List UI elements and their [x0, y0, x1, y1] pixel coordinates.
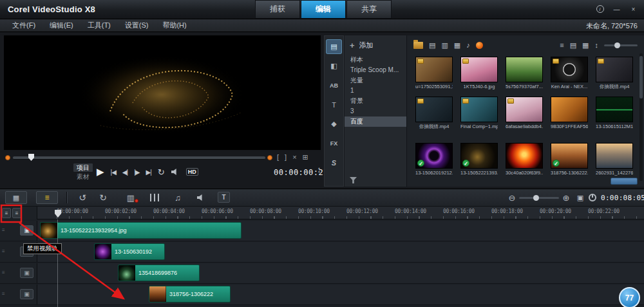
- track-handle-icon[interactable]: ≡: [2, 291, 5, 297]
- media-thumbnail[interactable]: ✓: [415, 143, 453, 169]
- mode-project-button[interactable]: 项目: [73, 163, 93, 172]
- folder-item-samples[interactable]: 样本: [345, 55, 406, 65]
- add-track-icon[interactable]: ≡: [12, 208, 21, 218]
- gallery-horizontal-scrollbar-thumb[interactable]: [611, 178, 638, 185]
- overlay-track-icon[interactable]: ▣: [20, 268, 33, 278]
- timeline-clip[interactable]: 13-150630192: [94, 243, 165, 260]
- gallery-item[interactable]: ✓ 30c40a020f63f9...: [506, 143, 543, 176]
- menu-settings[interactable]: 设置(S): [118, 19, 156, 32]
- media-thumbnail[interactable]: ✓: [460, 97, 498, 122]
- media-thumbnail[interactable]: ✓: [596, 143, 633, 169]
- timeline-clip[interactable]: 13-150522213932954.jpg: [40, 222, 242, 239]
- floating-overlay-badge[interactable]: 77: [619, 287, 640, 307]
- media-thumbnail[interactable]: ✓: [415, 97, 453, 122]
- show-audio-icon[interactable]: ♪: [466, 41, 470, 49]
- nav-title-icon[interactable]: T: [327, 98, 341, 111]
- play-icon[interactable]: ▶: [97, 166, 104, 178]
- overlay-track-1[interactable]: ≡ ▣ 13-150630192: [0, 242, 644, 263]
- mode-clip-button[interactable]: 素材: [73, 172, 93, 181]
- zoom-out-icon[interactable]: ⊖: [506, 191, 518, 204]
- thumbnail-view-icon[interactable]: ▤: [570, 41, 576, 50]
- sound-mixer-icon[interactable]: [147, 191, 162, 205]
- surround-sound-icon[interactable]: [193, 191, 209, 205]
- gallery-item[interactable]: ✓ 318756-1306222...: [551, 143, 588, 176]
- nav-instant-project-icon[interactable]: ◧: [327, 59, 341, 73]
- duration-clock-icon[interactable]: [589, 194, 596, 201]
- show-photo-icon[interactable]: ▥: [441, 41, 448, 50]
- folder-item-background[interactable]: 背景: [345, 96, 406, 106]
- gallery-item[interactable]: ✓ 13-15052221393...: [460, 143, 498, 176]
- overlay-track-2[interactable]: ≡ ▣ 135418699876: [0, 263, 644, 284]
- gallery-item[interactable]: ✓ 6afasae9abddb4...: [506, 97, 543, 129]
- gallery-vertical-scrollbar[interactable]: [639, 53, 643, 181]
- show-project-icon[interactable]: ▦: [454, 41, 460, 50]
- track-handle-icon[interactable]: ≡: [2, 270, 5, 275]
- media-thumbnail[interactable]: ✓: [551, 57, 588, 82]
- gallery-item[interactable]: ✓ 9B30F1FFEAF565...: [551, 97, 588, 129]
- gallery-item[interactable]: ✓ 5s75679370af7...: [506, 57, 543, 89]
- zoom-slider-handle[interactable]: [533, 195, 539, 201]
- preview-timecode[interactable]: 00:00:00:2: [274, 168, 323, 177]
- video-track[interactable]: ≡ ▣ 13-150522213932954.jpg: [0, 221, 644, 241]
- media-thumbnail[interactable]: ✓: [506, 97, 543, 122]
- trim-handle-left[interactable]: [5, 155, 10, 160]
- subtitle-editor-icon[interactable]: T: [218, 192, 230, 203]
- add-folder-button[interactable]: + 添加: [345, 35, 406, 55]
- disable-video-track-icon[interactable]: ▣: [20, 225, 33, 236]
- zoom-in-icon[interactable]: ⊕: [560, 191, 572, 204]
- track-manager-icon[interactable]: ≡: [2, 208, 11, 218]
- 3d-media-icon[interactable]: [476, 42, 483, 49]
- gallery-item[interactable]: ✓ 你抽我猜.mp4: [596, 57, 633, 90]
- volume-icon[interactable]: [171, 169, 180, 176]
- timeline-ruler[interactable]: ≡ ≡ 00:00:00:00 00:00:02:00 00:00:04:00 …: [0, 207, 644, 219]
- tab-share[interactable]: 共享: [346, 0, 392, 19]
- timeline-zoom-slider[interactable]: [519, 197, 559, 199]
- gallery-item[interactable]: ✓ Final Comp~1.mp4: [460, 97, 498, 129]
- media-thumbnail[interactable]: ✓: [596, 97, 633, 122]
- folder-item-triple-scoop[interactable]: Triple Scoop M...: [345, 65, 406, 75]
- enlarge-preview-icon[interactable]: ⊞: [303, 153, 308, 162]
- track-handle-icon[interactable]: ≡: [2, 227, 5, 233]
- tab-edit[interactable]: 编辑: [301, 0, 346, 19]
- sort-icon[interactable]: ↕: [595, 41, 599, 49]
- media-thumbnail[interactable]: ✓: [551, 143, 588, 169]
- scrub-marker[interactable]: [28, 154, 34, 161]
- info-icon[interactable]: i: [594, 4, 605, 14]
- media-thumbnail[interactable]: ✓: [551, 97, 588, 122]
- overlay-track-3[interactable]: ≡ ▣ 318756-1306222: [0, 284, 644, 305]
- overlay-track-icon[interactable]: ▣: [20, 289, 33, 299]
- go-start-icon[interactable]: |◀: [111, 169, 116, 176]
- nav-motion-path-icon[interactable]: S: [327, 156, 341, 169]
- thumbnail-size-slider[interactable]: [604, 44, 638, 46]
- scrollbar-thumb[interactable]: [639, 56, 643, 98]
- go-end-icon[interactable]: ▶|: [146, 169, 151, 176]
- hd-preview-badge[interactable]: HD: [186, 168, 198, 176]
- media-thumbnail[interactable]: ✓: [506, 143, 543, 169]
- record-capture-icon[interactable]: ▥: [122, 191, 139, 205]
- gallery-item[interactable]: ✓ 13-150615112M1...: [596, 97, 633, 129]
- delete-clip-icon[interactable]: ×: [292, 153, 296, 162]
- timeline-view-icon[interactable]: ≡: [36, 191, 58, 204]
- timeline-clip[interactable]: 318756-1306222: [149, 286, 231, 302]
- fit-project-icon[interactable]: ▣: [574, 191, 586, 204]
- repeat-icon[interactable]: ↻: [158, 167, 165, 177]
- media-thumbnail[interactable]: ✓: [460, 57, 498, 82]
- minimize-icon[interactable]: —: [611, 4, 622, 14]
- gallery-item[interactable]: ✓ 2602931_142276...: [596, 143, 633, 176]
- show-video-icon[interactable]: ▤: [429, 41, 435, 50]
- scrub-track[interactable]: [13, 156, 265, 160]
- grid-view-icon[interactable]: ▦: [582, 41, 589, 50]
- folder-item-baidu[interactable]: 百度: [345, 116, 406, 127]
- folder-item-3[interactable]: 3: [345, 106, 406, 116]
- gallery-item[interactable]: ✓ 1KT5J40-6.jpg: [460, 57, 498, 89]
- nav-media-icon[interactable]: ▤: [327, 40, 341, 53]
- preview-video[interactable]: [4, 35, 321, 150]
- media-thumbnail[interactable]: ✓: [460, 143, 498, 169]
- prev-frame-icon[interactable]: ◀|: [122, 169, 128, 176]
- menu-file[interactable]: 文件(F): [5, 19, 43, 32]
- timeline-clip[interactable]: 135418699876: [118, 265, 200, 281]
- redo-icon[interactable]: ↻: [95, 191, 111, 205]
- trim-handle-right[interactable]: [267, 155, 272, 160]
- gallery-item[interactable]: ✓ 你抽我猜.mp4: [415, 97, 453, 130]
- media-thumbnail[interactable]: ✓: [415, 57, 453, 82]
